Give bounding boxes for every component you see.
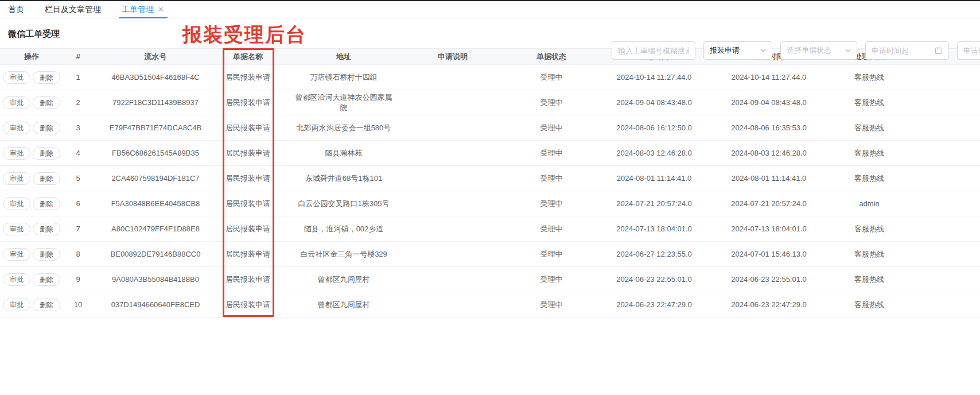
chevron-down-icon (760, 48, 766, 53)
approve-button[interactable]: 审批 (3, 71, 30, 84)
actions-cell: 审批删除 (0, 216, 63, 242)
description (410, 166, 496, 191)
handler: 客服热线 (837, 115, 902, 141)
address: 随县瀚林苑 (278, 141, 410, 166)
handler: 客服热线 (837, 242, 902, 267)
status: 受理中 (496, 90, 607, 115)
doc-name: 居民报装申请 (218, 141, 278, 166)
approve-button[interactable]: 审批 (3, 273, 30, 286)
serial-number: 9A080A3B55084B4188B0 (93, 267, 218, 292)
serial-number: BE00892DE79146B88CC0 (93, 242, 218, 267)
apply-time: 2024-08-01 11:14:41.0 (607, 166, 701, 191)
description (410, 242, 496, 267)
serial-number: 2CA4607598194DF181C7 (93, 166, 218, 191)
description (410, 115, 496, 141)
approve-button[interactable]: 审批 (3, 223, 30, 235)
approve-button[interactable]: 审批 (3, 299, 30, 311)
filler-cell (902, 267, 980, 292)
actions-cell: 审批删除 (0, 65, 63, 90)
description (410, 292, 496, 317)
table-row: 审批删除 6 F5A30848B6EE40458CB8 居民报装申请 白云公园交… (0, 191, 980, 216)
doc-name: 居民报装申请 (218, 216, 278, 242)
apply-time: 2024-08-06 16:12:50.0 (607, 115, 701, 141)
close-tab-icon[interactable]: ✕ (158, 6, 164, 13)
order-status-select-placeholder: 选择单据状态 (787, 45, 842, 56)
table-row: 审批删除 7 A80C102479FF4F1D88E8 居民报装申请 随县，淮河… (0, 216, 980, 242)
description (410, 216, 496, 242)
approve-button[interactable]: 审批 (3, 198, 30, 210)
tab-bar: 首页 栏目及文章管理 工单管理 ✕ (0, 1, 980, 18)
apply-date-start-input[interactable] (872, 47, 931, 55)
tab-home[interactable]: 首页 (8, 1, 24, 18)
delete-button[interactable]: 删除 (33, 147, 60, 160)
column-header-serial: 流水号 (93, 49, 218, 65)
serial-number: A80C102479FF4F1D88E8 (93, 216, 218, 242)
column-header-index: # (63, 49, 93, 65)
filler-cell (902, 115, 980, 141)
filter-bar: 报装申请 选择单据状态 (612, 41, 980, 60)
apply-date-start-wrapper (865, 41, 949, 60)
delete-button[interactable]: 删除 (33, 172, 60, 185)
order-type-select[interactable]: 报装申请 (703, 41, 772, 60)
address: 北郊两水沟居委会一组580号 (278, 115, 410, 141)
doc-name: 居民报装申请 (218, 90, 278, 115)
address: 白云社区金三角一号楼329 (278, 242, 410, 267)
address: 万店镇石桥村十四组 (278, 65, 410, 90)
order-status-select[interactable]: 选择单据状态 (780, 41, 857, 60)
address: 白云公园交叉路口1栋305号 (278, 191, 410, 216)
row-index: 3 (63, 115, 93, 141)
handler: 客服热线 (837, 292, 902, 317)
handler: 客服热线 (837, 65, 902, 90)
approve-button[interactable]: 审批 (3, 248, 30, 261)
toolbar: 微信工单受理 报装申请 选择单据状态 (0, 18, 980, 48)
description (410, 267, 496, 292)
address: 东城舜井道68号1栋101 (278, 166, 410, 191)
actions-cell: 审批删除 (0, 292, 63, 317)
serial-number: E79F47BB71E74DCA8C4B (93, 115, 218, 141)
process-time: 2024-10-14 11:27:44.0 (701, 65, 837, 90)
delete-button[interactable]: 删除 (33, 223, 60, 235)
row-index: 1 (63, 65, 93, 90)
address: 曾都区九间屋村 (278, 267, 410, 292)
apply-time: 2024-07-13 18:04:01.0 (607, 216, 701, 242)
delete-button[interactable]: 删除 (33, 248, 60, 261)
doc-name: 居民报装申请 (218, 65, 278, 90)
handler: 客服热线 (837, 216, 902, 242)
description (410, 191, 496, 216)
address: 曾都区沿河大道神农公园家属院 (278, 90, 410, 115)
apply-time: 2024-06-27 12:23:55.0 (607, 242, 701, 267)
order-number-search-input[interactable] (618, 47, 689, 55)
filler-cell (902, 166, 980, 191)
calendar-icon[interactable] (935, 47, 943, 55)
filler-cell (902, 292, 980, 317)
row-index: 9 (63, 267, 93, 292)
approve-button[interactable]: 审批 (3, 122, 30, 134)
handler: 客服热线 (837, 141, 902, 166)
apply-date-end-wrapper (957, 41, 980, 60)
row-index: 10 (63, 292, 93, 317)
delete-button[interactable]: 删除 (33, 71, 60, 84)
delete-button[interactable]: 删除 (33, 122, 60, 134)
approve-button[interactable]: 审批 (3, 172, 30, 185)
page-title: 微信工单受理 (8, 29, 60, 40)
apply-date-end-input[interactable] (963, 47, 980, 55)
tab-article-management[interactable]: 栏目及文章管理 (45, 1, 101, 18)
description (410, 65, 496, 90)
serial-number: F5A30848B6EE40458CB8 (93, 191, 218, 216)
approve-button[interactable]: 审批 (3, 147, 30, 160)
delete-button[interactable]: 删除 (33, 299, 60, 311)
tab-work-orders-label: 工单管理 (122, 5, 154, 15)
actions-cell: 审批删除 (0, 267, 63, 292)
status: 受理中 (496, 166, 607, 191)
filler-cell (902, 141, 980, 166)
delete-button[interactable]: 删除 (33, 198, 60, 210)
actions-cell: 审批删除 (0, 90, 63, 115)
order-number-search-wrapper (612, 41, 695, 60)
status: 受理中 (496, 65, 607, 90)
delete-button[interactable]: 删除 (33, 273, 60, 286)
approve-button[interactable]: 审批 (3, 96, 30, 109)
tab-work-orders[interactable]: 工单管理 ✕ (122, 1, 164, 18)
filler-cell (902, 90, 980, 115)
table-row: 审批删除 10 037D1494660640FE8CED 居民报装申请 曾都区九… (0, 292, 980, 317)
delete-button[interactable]: 删除 (33, 96, 60, 109)
